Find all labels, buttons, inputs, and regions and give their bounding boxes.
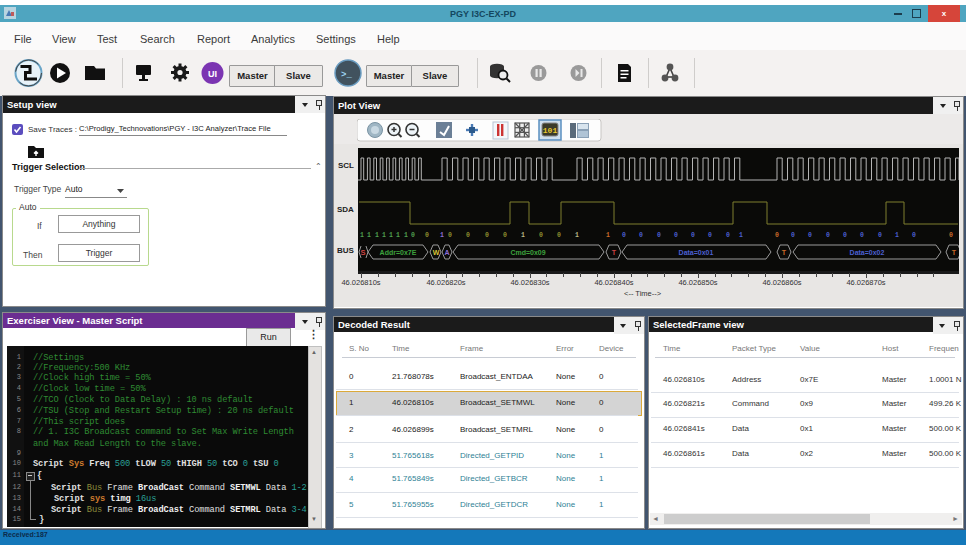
svg-text:0: 0	[639, 232, 643, 239]
svg-text:0: 0	[878, 232, 882, 239]
svg-text:0: 0	[622, 232, 626, 239]
svg-text:101: 101	[543, 126, 558, 135]
svg-text:0: 0	[503, 232, 507, 239]
svg-text:>_: >_	[341, 70, 352, 80]
svg-text:Cmd=0x09: Cmd=0x09	[510, 249, 545, 256]
svg-text:1: 1	[606, 232, 610, 239]
svg-text:0: 0	[539, 232, 543, 239]
svg-text:0: 0	[912, 232, 916, 239]
svg-text:0: 0	[657, 232, 661, 239]
svg-text:0: 0	[808, 232, 812, 239]
svg-text:0: 0	[485, 232, 489, 239]
svg-text:UI: UI	[208, 69, 217, 79]
svg-text:Data=0x02: Data=0x02	[850, 249, 885, 256]
svg-text:0: 0	[425, 232, 429, 239]
svg-text:0: 0	[949, 232, 953, 239]
svg-text:1: 1	[396, 232, 400, 239]
svg-text:0: 0	[557, 232, 561, 239]
svg-text:1: 1	[367, 232, 371, 239]
svg-text:Addr=0x7E: Addr=0x7E	[380, 249, 417, 256]
svg-text:0: 0	[411, 232, 415, 239]
svg-text:1: 1	[575, 232, 579, 239]
svg-text:0: 0	[826, 232, 830, 239]
svg-text:0: 0	[860, 232, 864, 239]
svg-text:1: 1	[404, 232, 408, 239]
svg-text:1: 1	[739, 232, 743, 239]
svg-text:T: T	[952, 249, 957, 256]
svg-text:0: 0	[466, 232, 470, 239]
svg-text:0: 0	[726, 232, 730, 239]
svg-text:0: 0	[843, 232, 847, 239]
svg-text:0: 0	[448, 232, 452, 239]
svg-text:1: 1	[440, 232, 444, 239]
svg-text:1: 1	[360, 232, 364, 239]
svg-text:0: 0	[708, 232, 712, 239]
svg-text:0: 0	[674, 232, 678, 239]
svg-text:S: S	[360, 248, 365, 257]
svg-text:0: 0	[775, 232, 779, 239]
svg-text:1: 1	[375, 232, 379, 239]
svg-text:Data=0x01: Data=0x01	[679, 249, 714, 256]
svg-text:0: 0	[691, 232, 695, 239]
svg-text:1: 1	[521, 232, 525, 239]
svg-text:1: 1	[895, 232, 899, 239]
svg-text:1: 1	[382, 232, 386, 239]
svg-text:W: W	[433, 249, 440, 256]
svg-text:A: A	[444, 249, 449, 256]
svg-text:1: 1	[389, 232, 393, 239]
svg-text:T: T	[612, 249, 617, 256]
svg-text:T: T	[782, 249, 787, 256]
svg-text:0: 0	[791, 232, 795, 239]
